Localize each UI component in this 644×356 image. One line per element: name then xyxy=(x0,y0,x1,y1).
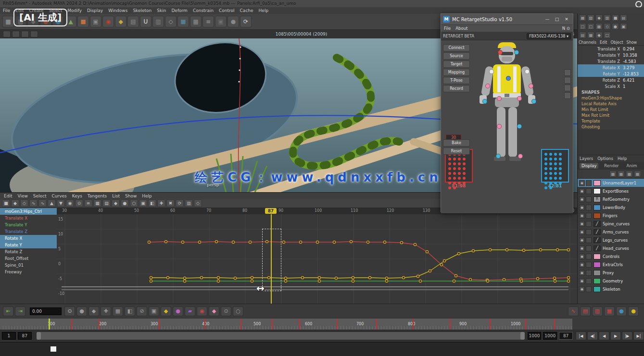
keyframe[interactable] xyxy=(251,276,253,279)
keyframe[interactable] xyxy=(251,280,253,282)
menu-item[interactable]: Skeleton xyxy=(133,8,152,13)
layer-color-chip[interactable] xyxy=(593,286,601,292)
graph-toolbar-icon[interactable]: ◧ xyxy=(148,199,156,207)
keyframe[interactable] xyxy=(366,241,369,243)
layer-visibility-toggle[interactable]: ◉ xyxy=(579,188,585,194)
character-preview[interactable] xyxy=(470,42,545,186)
current-frame-field[interactable]: 87 xyxy=(559,332,573,340)
shelf-tool-icon[interactable]: U xyxy=(140,16,152,27)
dock-icon[interactable]: ▦ xyxy=(587,32,594,38)
retarget-button[interactable]: Bake xyxy=(443,139,470,147)
graph-toolbar-icon[interactable]: ▣ xyxy=(139,199,147,207)
layer-row[interactable]: ◉╱Head_curves xyxy=(578,244,644,252)
layer-playback-toggle[interactable] xyxy=(586,254,592,259)
channel-box-tab[interactable]: Object xyxy=(611,40,623,45)
keyframe[interactable] xyxy=(453,280,455,282)
ghosting-icon[interactable]: ▦ xyxy=(604,307,615,316)
keyframe[interactable] xyxy=(318,276,320,279)
playback-icon[interactable]: ◆ xyxy=(88,307,99,316)
window-title-bar[interactable]: Rh054mm* - Autodesk MAYA 2024.2 D:\Anima… xyxy=(0,0,644,7)
command-input-caret[interactable] xyxy=(51,346,56,352)
menu-item[interactable]: Constrain xyxy=(193,8,214,13)
menu-item[interactable]: Help xyxy=(259,8,269,13)
layer-playback-toggle[interactable] xyxy=(586,205,592,210)
layer-toolbar-icon[interactable]: ▦ xyxy=(626,171,633,177)
joint-marker[interactable] xyxy=(482,99,487,104)
keyframe[interactable] xyxy=(455,274,457,277)
tool-mini-button-2[interactable] xyxy=(564,77,571,84)
graph-toolbar-icon[interactable]: ○ xyxy=(130,199,138,207)
layer-visibility-toggle[interactable]: ◉ xyxy=(579,278,585,284)
layer-playback-toggle[interactable] xyxy=(586,237,592,243)
right-sensor-grid[interactable] xyxy=(541,149,569,183)
dock-icon[interactable]: ▤ xyxy=(579,32,586,38)
tool-mini-button-1[interactable] xyxy=(564,69,571,76)
menu-item[interactable]: Deform xyxy=(171,8,187,13)
graph-toolbar-icon[interactable]: ≡ xyxy=(84,199,92,207)
playhead-frame-marker[interactable]: 87 xyxy=(265,208,277,214)
graph-channel-item[interactable]: Rotate X xyxy=(0,235,57,242)
transport-button[interactable]: ◀| xyxy=(587,331,598,340)
layer-tab[interactable]: Render xyxy=(602,163,620,169)
keyframe[interactable] xyxy=(383,241,386,243)
timeline-playhead[interactable] xyxy=(49,319,50,330)
shelf-tool-icon[interactable]: ⟳ xyxy=(240,16,252,27)
graph-menu-item[interactable]: List xyxy=(112,194,120,198)
layer-color-chip[interactable] xyxy=(593,180,601,186)
keyframe[interactable] xyxy=(469,278,471,281)
anim-end-field[interactable]: 1000 xyxy=(543,332,557,340)
layer-row[interactable]: ◉╱Spine_curves xyxy=(578,220,644,228)
keyframe[interactable] xyxy=(335,277,337,279)
channel-value[interactable]: 10.358 xyxy=(623,53,644,58)
layer-row[interactable]: ◉╱Arms_curves xyxy=(578,228,644,236)
keyframe[interactable] xyxy=(567,280,569,282)
keyframe[interactable] xyxy=(217,280,219,282)
keyframe[interactable] xyxy=(368,276,371,279)
dock-icon[interactable]: ◆ xyxy=(595,32,603,38)
graph-menu-item[interactable]: Help xyxy=(142,194,152,198)
layer-visibility-toggle[interactable]: ◉ xyxy=(579,237,585,243)
maximize-button[interactable]: □ xyxy=(553,16,561,23)
layer-row[interactable]: ◉RRefGeometry xyxy=(578,195,644,203)
keyframe[interactable] xyxy=(284,280,287,282)
graph-channel-item[interactable]: Translate Z xyxy=(0,228,57,235)
keyframe[interactable] xyxy=(567,248,569,251)
joint-marker[interactable] xyxy=(517,124,522,129)
layer-visibility-toggle[interactable]: ◉ xyxy=(579,213,585,219)
graph-menu-item[interactable]: Select xyxy=(33,194,47,198)
layer-toolbar-icon[interactable]: ▦ xyxy=(634,171,641,177)
keyframe[interactable] xyxy=(198,241,201,243)
graph-toolbar-icon[interactable]: ◇ xyxy=(20,199,28,207)
layer-visibility-toggle[interactable]: ◉ xyxy=(579,246,585,251)
grid-toggle-icon[interactable] xyxy=(12,31,20,37)
keyframe[interactable] xyxy=(536,277,539,280)
shelf-tool-icon[interactable]: ≡ xyxy=(202,16,214,27)
joint-marker[interactable] xyxy=(529,84,533,88)
layer-visibility-toggle[interactable]: ◉ xyxy=(579,180,585,186)
keyframe[interactable] xyxy=(316,241,318,243)
anim-curve[interactable] xyxy=(149,242,568,280)
retarget-button[interactable]: Connect xyxy=(443,44,470,51)
graph-toolbar-icon[interactable]: ◉ xyxy=(66,199,74,207)
layer-playback-toggle[interactable] xyxy=(586,278,592,284)
joint-marker[interactable] xyxy=(497,124,502,129)
layer-color-chip[interactable]: ╱ xyxy=(593,229,601,235)
joint-marker[interactable] xyxy=(489,69,494,74)
joint-marker[interactable] xyxy=(517,96,522,101)
keyframe[interactable] xyxy=(148,241,150,243)
graph-channel-item[interactable]: Translate Y xyxy=(0,221,57,228)
playback-icon[interactable]: ▣ xyxy=(149,307,159,316)
layer-color-chip[interactable] xyxy=(593,278,601,284)
playback-icon[interactable]: ▦ xyxy=(113,307,123,316)
minimize-button[interactable]: — xyxy=(543,16,552,23)
channel-value[interactable]: 1 xyxy=(623,84,644,89)
keyframe[interactable] xyxy=(181,241,184,243)
retarget-button[interactable]: Record xyxy=(443,85,470,92)
layer-menu-item[interactable]: Layers xyxy=(580,156,593,161)
keyframe[interactable] xyxy=(556,248,558,251)
graph-toolbar-icon[interactable]: ▼ xyxy=(57,199,65,207)
shape-attr-row[interactable]: Ghosting xyxy=(578,124,644,130)
preset-dropdown[interactable]: FBX5022-AXIS-138 ▾ xyxy=(527,33,571,39)
keyframe[interactable] xyxy=(417,275,419,277)
anim-start-field[interactable]: 1 xyxy=(2,332,16,340)
